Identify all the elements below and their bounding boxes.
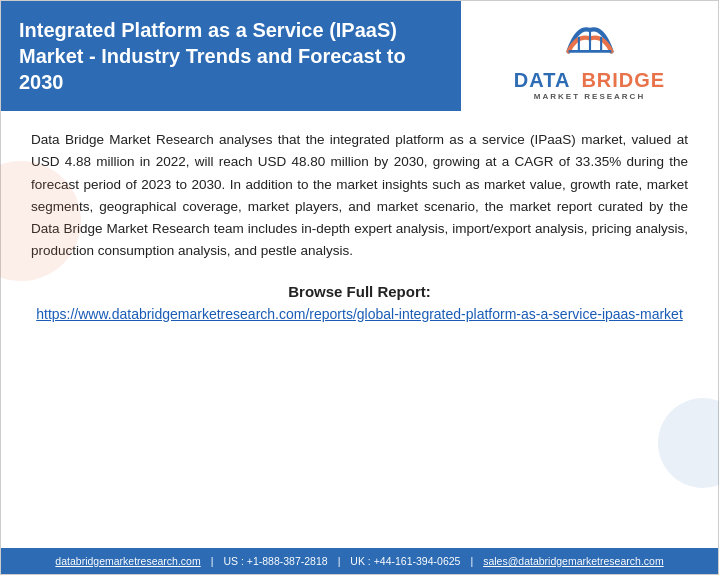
header-logo-area: DATA BRIDGE MARKET RESEARCH [461, 1, 718, 111]
logo-subtitle: MARKET RESEARCH [534, 92, 645, 101]
browse-section: Browse Full Report: https://www.databrid… [31, 283, 688, 325]
logo-bridge-text: BRIDGE [581, 70, 665, 90]
footer-us-phone: US : +1-888-387-2818 [223, 555, 327, 567]
logo-data-text: DATA [514, 70, 571, 90]
browse-link[interactable]: https://www.databridgemarketresearch.com… [31, 304, 688, 325]
header: Integrated Platform as a Service (IPaaS)… [1, 1, 718, 111]
header-title-area: Integrated Platform as a Service (IPaaS)… [1, 1, 461, 111]
footer: databridgemarketresearch.com | US : +1-8… [1, 548, 718, 574]
watermark-right [658, 398, 719, 488]
data-bridge-logo-icon [560, 11, 620, 66]
footer-email[interactable]: sales@databridgemarketresearch.com [483, 555, 664, 567]
body-content: Data Bridge Market Research analyses tha… [1, 111, 718, 548]
page-title: Integrated Platform as a Service (IPaaS)… [19, 17, 443, 95]
footer-website[interactable]: databridgemarketresearch.com [55, 555, 200, 567]
browse-label: Browse Full Report: [31, 283, 688, 300]
card: Integrated Platform as a Service (IPaaS)… [0, 0, 719, 575]
footer-uk-phone: UK : +44-161-394-0625 [350, 555, 460, 567]
logo-name-row: DATA BRIDGE [514, 70, 665, 90]
main-paragraph: Data Bridge Market Research analyses tha… [31, 129, 688, 263]
